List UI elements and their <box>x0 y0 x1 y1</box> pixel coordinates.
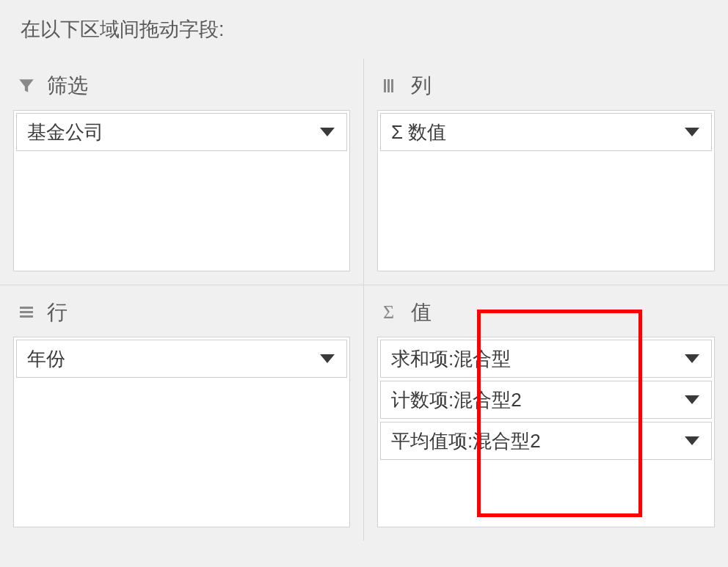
field-label: 基金公司 <box>27 120 103 145</box>
filters-header: 筛选 <box>13 67 350 110</box>
rows-header: 行 <box>13 294 350 337</box>
dropdown-icon <box>320 354 335 363</box>
columns-label: 列 <box>411 72 432 100</box>
svg-rect-4 <box>20 311 33 313</box>
filters-dropzone[interactable]: 基金公司 <box>13 110 350 271</box>
dropdown-icon <box>685 354 699 363</box>
dropdown-icon <box>685 128 699 136</box>
svg-rect-5 <box>20 315 33 318</box>
dropdown-icon <box>685 436 699 445</box>
rows-dropzone[interactable]: 年份 <box>13 337 350 527</box>
columns-dropzone[interactable]: Σ 数值 <box>377 110 715 271</box>
column-field-sigma-values[interactable]: Σ 数值 <box>380 113 712 151</box>
svg-rect-3 <box>20 307 33 309</box>
value-field-count-mixed2[interactable]: 计数项:混合型2 <box>380 381 712 419</box>
sigma-icon: Σ <box>380 302 401 323</box>
values-header: Σ 值 <box>377 294 715 337</box>
filter-icon <box>16 76 37 96</box>
rows-icon <box>16 302 37 323</box>
columns-header: 列 <box>377 67 715 110</box>
filter-field-fund-company[interactable]: 基金公司 <box>16 113 347 151</box>
dropdown-icon <box>685 395 699 404</box>
field-label: Σ 数值 <box>391 120 446 145</box>
field-label: 平均值项:混合型2 <box>391 428 541 454</box>
columns-area[interactable]: 列 Σ 数值 <box>364 59 728 285</box>
instruction-text: 在以下区域间拖动字段: <box>0 0 728 51</box>
value-field-avg-mixed2[interactable]: 平均值项:混合型2 <box>380 422 712 460</box>
filters-area[interactable]: 筛选 基金公司 <box>0 59 364 285</box>
values-dropzone[interactable]: 求和项:混合型 计数项:混合型2 平均值项:混合型2 <box>377 337 715 527</box>
pivot-areas-grid: 筛选 基金公司 列 Σ 数值 行 <box>0 51 728 541</box>
values-area[interactable]: Σ 值 求和项:混合型 计数项:混合型2 平均值项:混合型2 <box>364 285 728 541</box>
rows-area[interactable]: 行 年份 <box>0 285 364 541</box>
field-label: 求和项:混合型 <box>391 346 511 372</box>
field-label: 计数项:混合型2 <box>391 387 522 413</box>
svg-rect-1 <box>387 79 390 92</box>
svg-rect-2 <box>391 79 393 92</box>
columns-icon <box>380 76 401 96</box>
rows-label: 行 <box>47 299 68 326</box>
svg-rect-0 <box>384 79 386 92</box>
row-field-year[interactable]: 年份 <box>16 340 347 378</box>
field-label: 年份 <box>27 346 65 372</box>
dropdown-icon <box>320 128 335 136</box>
filters-label: 筛选 <box>47 72 88 100</box>
values-label: 值 <box>411 299 432 326</box>
value-field-sum-mixed[interactable]: 求和项:混合型 <box>380 340 712 378</box>
